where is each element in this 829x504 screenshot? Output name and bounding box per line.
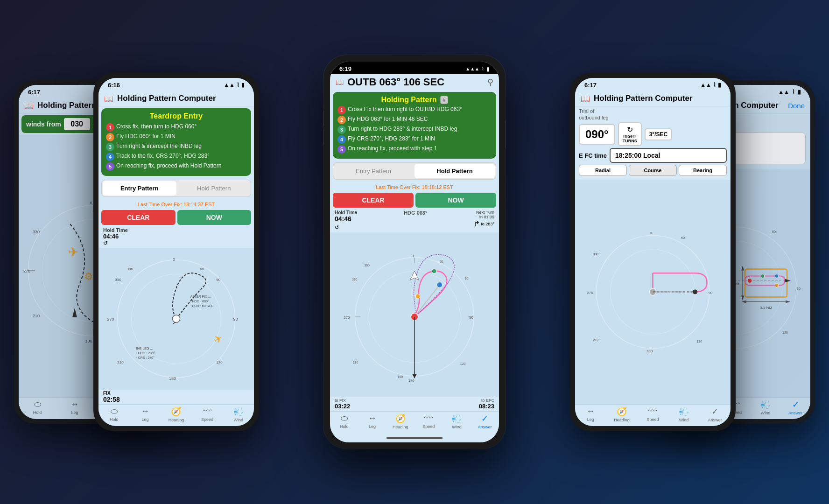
book-icon-far-left: 📖 bbox=[24, 101, 34, 110]
center-step-3: 3 Turn right to HDG 283° & intercept INB… bbox=[337, 126, 492, 134]
signal-icon-mr: ▲▲ bbox=[700, 82, 711, 88]
nav-answer-mr[interactable]: ✓ Answer bbox=[699, 406, 731, 422]
tab-course-mr[interactable]: Course bbox=[629, 165, 677, 176]
nav-hold-center-label: Hold bbox=[340, 424, 349, 429]
next-turn-arrow-row: ↱ to 283° bbox=[474, 219, 494, 228]
status-bar-mid-right: 6:17 ▲▲ ⌇ ▮ bbox=[575, 78, 731, 91]
power-button[interactable] bbox=[505, 120, 506, 148]
now-btn-mid[interactable]: NOW bbox=[177, 210, 252, 225]
leg-icon-center: ↔ bbox=[368, 413, 376, 423]
hold-val-mid: 04:46 bbox=[103, 233, 128, 240]
svg-text:0: 0 bbox=[650, 231, 652, 235]
home-indicator-center bbox=[386, 437, 443, 439]
nav-wind-fr[interactable]: 💨 Wind bbox=[751, 399, 780, 415]
wifi-icon-mr: ⌇ bbox=[713, 82, 716, 88]
vol-down-button[interactable] bbox=[323, 130, 324, 145]
svg-text:✈: ✈ bbox=[68, 245, 78, 259]
center-notch-bar: 6:19 ▲▲▲ ⌇ ▮ bbox=[330, 62, 499, 74]
last-time-center: Last Time Over Fix: 18:18:12 EST bbox=[333, 182, 496, 191]
vol-up-button[interactable] bbox=[323, 111, 324, 126]
battery-icon-fr: ▮ bbox=[798, 89, 801, 95]
step-2-mid: 2 Fly HDG 060° for 1 MIN bbox=[106, 133, 246, 141]
wind-icon-fr: 💨 bbox=[760, 399, 771, 410]
hold-label-center: Hold Time bbox=[335, 210, 357, 215]
nav-leg-center[interactable]: ↔ Leg bbox=[358, 413, 386, 429]
nav-hold-center[interactable]: ⬭ Hold bbox=[330, 413, 358, 429]
leg-icon-mr: ↔ bbox=[586, 406, 595, 416]
tab-hold-center[interactable]: Hold Pattern bbox=[414, 164, 495, 178]
compass-teardrop: 0 90 180 270 330 300 60 90 120 210 bbox=[98, 248, 254, 390]
nav-leg-mr-label: Leg bbox=[587, 417, 594, 422]
nav-answer-fr[interactable]: ✓ Answer bbox=[780, 399, 810, 415]
step-num-5: 5 bbox=[106, 162, 114, 171]
wind-icon-mr: 💨 bbox=[679, 406, 689, 417]
hold-icon-mid: ⬭ bbox=[111, 406, 118, 416]
teardrop-title: Teardrop Entry bbox=[106, 112, 246, 120]
nav-wind-fr-label: Wind bbox=[761, 411, 771, 415]
nav-hold-mid[interactable]: ⬭ Hold bbox=[98, 406, 130, 422]
svg-text:0: 0 bbox=[412, 254, 414, 258]
svg-text:270: 270 bbox=[107, 317, 114, 322]
center-num-4: 4 bbox=[337, 135, 346, 144]
tab-radial-mr[interactable]: Radial bbox=[579, 165, 627, 176]
tabs-mid-left: Entry Pattern Hold Pattern bbox=[101, 180, 251, 197]
nav-answer-center[interactable]: ✓ Answer bbox=[471, 413, 499, 429]
tab-hold-mid-left[interactable]: Hold Pattern bbox=[177, 180, 251, 196]
time-mid-right: 6:17 bbox=[584, 82, 597, 89]
svg-text:150: 150 bbox=[398, 375, 403, 378]
now-btn-center[interactable]: NOW bbox=[415, 193, 496, 208]
nav-wind-mid-label: Wind bbox=[233, 418, 243, 422]
wifi-icon-mid: ⌇ bbox=[237, 82, 239, 88]
tab-bearing-mr[interactable]: Bearing bbox=[679, 165, 727, 176]
efc-label-mr: E FC time bbox=[579, 152, 607, 159]
nav-heading-mr[interactable]: 🧭 Heading bbox=[606, 406, 638, 422]
svg-point-54 bbox=[437, 282, 443, 288]
efc-row-mr: E FC time 18:25:00 Local bbox=[579, 148, 727, 163]
nav-heading-center[interactable]: 🧭 Heading bbox=[386, 413, 414, 429]
efc-time-center: 08:23 bbox=[479, 403, 494, 410]
nav-answer-center-label: Answer bbox=[478, 425, 492, 429]
wind-icon-center: 💨 bbox=[451, 413, 462, 424]
nav-speed-center[interactable]: 〰 Speed bbox=[414, 413, 443, 429]
nav-leg-mr[interactable]: ↔ Leg bbox=[575, 406, 606, 422]
app-header-mid-right: 📖 Holding Pattern Computer bbox=[575, 91, 731, 106]
compass-center: 0 90 180 270 330 300 60 90 120 210 150 bbox=[330, 232, 499, 397]
step-text-2: Fly HDG 060° for 1 MIN bbox=[116, 133, 176, 140]
svg-text:300: 300 bbox=[364, 264, 370, 267]
winds-direction-input[interactable] bbox=[64, 118, 90, 130]
svg-text:120: 120 bbox=[460, 362, 466, 365]
bottom-nav-mid-right: ↔ Leg 🧭 Heading 〰 Speed 💨 Wind bbox=[575, 404, 731, 426]
clear-btn-mid[interactable]: CLEAR bbox=[101, 210, 176, 225]
center-signal: ▲▲▲ bbox=[465, 66, 479, 71]
svg-text:210: 210 bbox=[593, 338, 598, 342]
fix-label-mid: FIX bbox=[103, 391, 120, 396]
svg-rect-81 bbox=[745, 269, 787, 297]
person-icon: ⚲ bbox=[487, 77, 493, 87]
bottom-nav-center: ⬭ Hold ↔ Leg 🧭 Heading 〰 Speed bbox=[330, 411, 499, 433]
hold-details-row: Hold Time 04:46 ↺ HDG 063° Next Turn in … bbox=[330, 209, 499, 232]
done-btn-fr[interactable]: Done bbox=[788, 102, 805, 110]
clear-btn-center[interactable]: CLEAR bbox=[333, 193, 414, 208]
nav-speed-mid-label: Speed bbox=[201, 417, 213, 422]
nav-wind-mr[interactable]: 💨 Wind bbox=[668, 406, 700, 422]
tab-entry-center[interactable]: Entry Pattern bbox=[333, 163, 414, 179]
nav-wind-center[interactable]: 💨 Wind bbox=[443, 413, 471, 429]
center-status-icons: ▲▲▲ ⌇ ▮ bbox=[465, 66, 490, 72]
nav-leg-far-left[interactable]: ↔ Leg bbox=[56, 399, 93, 415]
nav-speed-mr[interactable]: 〰 Speed bbox=[637, 406, 668, 422]
tab-entry-mid-left[interactable]: Entry Pattern bbox=[103, 181, 176, 196]
phone-mid-right: 6:17 ▲▲ ⌇ ▮ 📖 Holding Pattern Computer T… bbox=[570, 73, 736, 431]
nav-heading-mid[interactable]: 🧭 Heading bbox=[161, 406, 192, 422]
center-num-1: 1 bbox=[337, 106, 346, 114]
svg-text:270: 270 bbox=[344, 315, 350, 320]
svg-text:60: 60 bbox=[440, 260, 443, 263]
svg-text:120: 120 bbox=[216, 360, 223, 364]
nav-wind-mid[interactable]: 💨 Wind bbox=[223, 406, 254, 422]
status-bar-mid-left: 6:16 ▲▲ ⌇ ▮ bbox=[98, 78, 254, 91]
hdg-value-mr: 090° bbox=[585, 128, 609, 140]
nav-hold-far-left[interactable]: ⬭ Hold bbox=[19, 399, 56, 415]
book-icon-center: 📖 bbox=[336, 78, 344, 86]
nav-speed-mid[interactable]: 〰 Speed bbox=[192, 406, 223, 422]
answer-icon-mr: ✓ bbox=[711, 406, 718, 417]
nav-leg-mid[interactable]: ↔ Leg bbox=[130, 406, 161, 422]
